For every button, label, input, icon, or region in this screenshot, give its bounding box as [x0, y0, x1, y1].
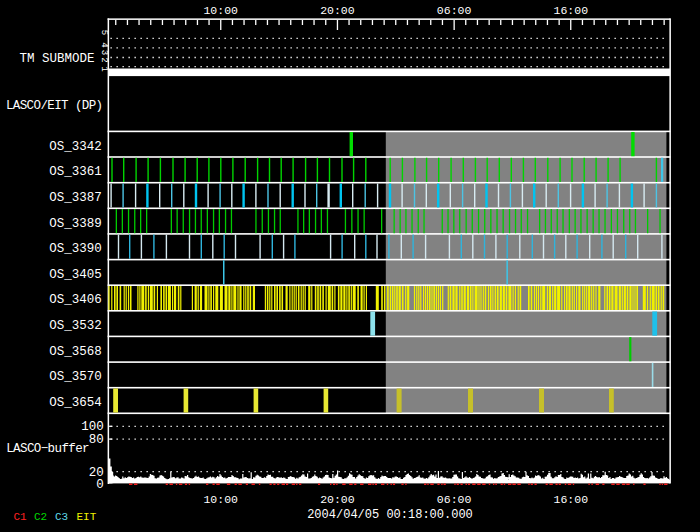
svg-text:OS_3406: OS_3406 — [49, 293, 102, 307]
svg-text:20:00: 20:00 — [320, 493, 355, 506]
svg-text:OS_3532: OS_3532 — [49, 319, 102, 333]
svg-text:OS_3361: OS_3361 — [49, 165, 102, 179]
svg-text:OS_3405: OS_3405 — [49, 268, 102, 282]
svg-text:TM SUBMODE: TM SUBMODE — [19, 52, 94, 66]
svg-text:10:00: 10:00 — [203, 493, 238, 506]
svg-text:2: 2 — [99, 57, 109, 62]
svg-text:OS_3387: OS_3387 — [49, 191, 102, 205]
svg-text:4: 4 — [99, 42, 109, 47]
svg-text:80: 80 — [89, 433, 104, 447]
svg-text:0: 0 — [96, 478, 104, 492]
svg-text:2004/04/05 00:18:00.000: 2004/04/05 00:18:00.000 — [307, 508, 473, 522]
svg-text:C3: C3 — [55, 511, 68, 523]
svg-text:16:00: 16:00 — [554, 4, 589, 17]
svg-text:20:00: 20:00 — [320, 4, 355, 17]
svg-text:OS_3654: OS_3654 — [49, 396, 102, 410]
svg-text:16:00: 16:00 — [554, 493, 589, 506]
svg-text:06:00: 06:00 — [437, 493, 472, 506]
svg-text:LASCO−buffer: LASCO−buffer — [6, 442, 89, 456]
svg-text:LASCO/EIT (DP): LASCO/EIT (DP) — [6, 99, 103, 113]
svg-text:C1: C1 — [14, 511, 28, 523]
svg-text:OS_3342: OS_3342 — [49, 140, 102, 154]
svg-text:3: 3 — [99, 50, 109, 55]
svg-text:06:00: 06:00 — [437, 4, 472, 17]
svg-text:OS_3568: OS_3568 — [49, 345, 102, 359]
svg-text:EIT: EIT — [77, 511, 97, 523]
svg-text:5: 5 — [99, 30, 109, 35]
svg-text:10:00: 10:00 — [203, 4, 238, 17]
svg-text:OS_3389: OS_3389 — [49, 217, 102, 231]
svg-text:OS_3390: OS_3390 — [49, 242, 102, 256]
svg-text:OS_3570: OS_3570 — [49, 370, 102, 384]
svg-text:C2: C2 — [34, 511, 47, 523]
svg-text:1: 1 — [99, 66, 109, 71]
